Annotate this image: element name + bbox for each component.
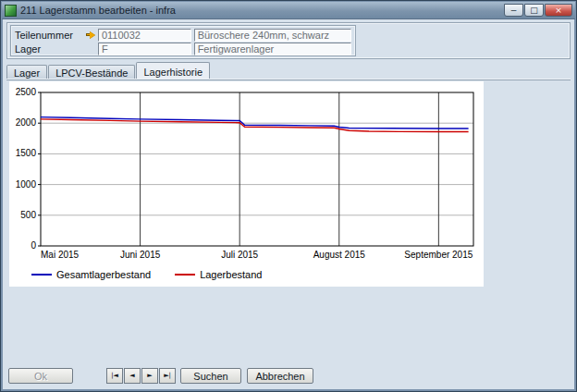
minimize-button[interactable]: − — [504, 4, 523, 17]
tab-lager[interactable]: Lager — [6, 65, 47, 79]
goto-arrow-icon[interactable] — [86, 31, 98, 39]
last-record-button[interactable]: ►| — [159, 368, 176, 384]
app-icon — [5, 5, 17, 17]
previous-record-button[interactable]: ◄ — [124, 368, 141, 384]
suchen-button[interactable]: Suchen — [180, 368, 241, 384]
line-chart: 05001000150020002500Mai 2015Juni 2015Jul… — [11, 87, 479, 263]
tab-lagerhistorie[interactable]: Lagerhistorie — [136, 62, 210, 79]
teilenummer-field[interactable]: 0110032 — [98, 29, 191, 42]
chart-legend: GesamtlagerbestandLagerbestand — [31, 269, 262, 280]
teilenummer-description-field[interactable]: Büroschere 240mm, schwarz — [194, 29, 351, 42]
lager-label: Lager — [15, 43, 86, 55]
teilenummer-label: Teilenummer — [15, 30, 86, 41]
titlebar[interactable]: 211 Lagerstamm bearbeiten - infra − □ × — [2, 2, 575, 19]
abbrechen-button[interactable]: Abbrechen — [247, 368, 313, 384]
close-button[interactable]: × — [545, 4, 572, 17]
svg-text:Juli 2015: Juli 2015 — [221, 250, 258, 260]
window-content: Teilenummer 0110032 Büroschere 240mm, sc… — [4, 20, 573, 388]
svg-text:1000: 1000 — [16, 179, 37, 190]
app-window: 211 Lagerstamm bearbeiten - infra − □ × … — [0, 0, 577, 392]
legend-item-lagerbestand: Lagerbestand — [175, 269, 262, 280]
form-row-teilenummer: Teilenummer 0110032 Büroschere 240mm, sc… — [15, 28, 351, 42]
svg-text:August 2015: August 2015 — [313, 250, 366, 260]
form-row-lager: Lager F Fertigwarenlager — [15, 42, 351, 55]
tabstrip-divider — [6, 79, 571, 80]
ok-button[interactable]: Ok — [8, 368, 73, 384]
form-fields-box: Teilenummer 0110032 Büroschere 240mm, sc… — [10, 25, 356, 56]
lager-field[interactable]: F — [98, 43, 191, 55]
tabstrip: Lager LPCV-Bestände Lagerhistorie — [6, 62, 571, 79]
svg-text:2500: 2500 — [16, 87, 37, 97]
record-navigator: |◄ ◄ ► ►| — [106, 368, 177, 384]
svg-text:500: 500 — [20, 210, 36, 220]
tab-lpcv-bestaende[interactable]: LPCV-Bestände — [48, 65, 135, 79]
window-title: 211 Lagerstamm bearbeiten - infra — [20, 5, 500, 16]
window-controls: − □ × — [504, 4, 572, 17]
svg-text:Juni 2015: Juni 2015 — [120, 250, 161, 260]
form-panel: Teilenummer 0110032 Büroschere 240mm, sc… — [6, 22, 571, 59]
legend-line-swatch — [31, 274, 52, 276]
legend-item-gesamtlagerbestand: Gesamtlagerbestand — [31, 269, 151, 280]
svg-text:2000: 2000 — [16, 117, 37, 128]
svg-text:1500: 1500 — [16, 148, 37, 158]
first-record-button[interactable]: |◄ — [106, 368, 123, 384]
svg-text:Mai 2015: Mai 2015 — [41, 250, 80, 260]
svg-text:0: 0 — [31, 240, 36, 251]
legend-line-swatch — [175, 274, 195, 276]
next-record-button[interactable]: ► — [141, 368, 158, 384]
footer-buttons: Ok |◄ ◄ ► ►| Suchen Abbrechen — [8, 368, 569, 385]
svg-text:September 2015: September 2015 — [404, 250, 473, 260]
chart-panel: 05001000150020002500Mai 2015Juni 2015Jul… — [9, 81, 484, 287]
lager-description-field[interactable]: Fertigwarenlager — [194, 43, 351, 55]
maximize-button[interactable]: □ — [524, 4, 544, 17]
